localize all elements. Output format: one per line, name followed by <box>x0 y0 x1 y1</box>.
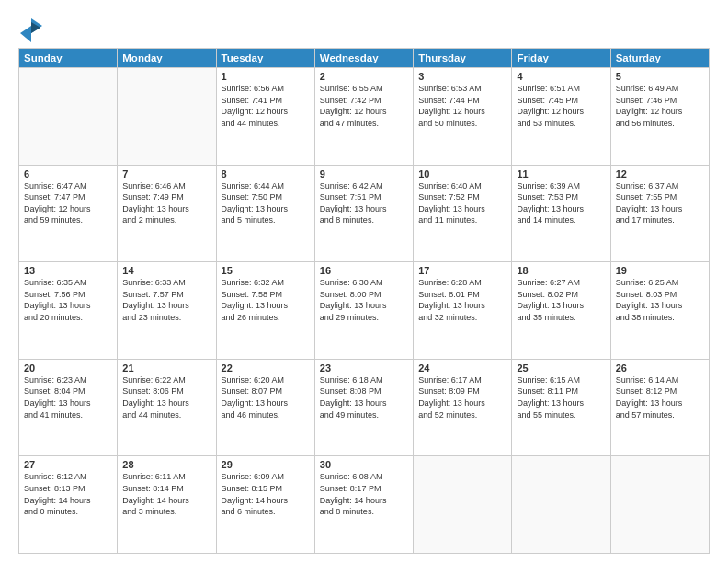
calendar-cell: 12Sunrise: 6:37 AM Sunset: 7:55 PM Dayli… <box>610 165 709 262</box>
day-detail: Sunrise: 6:17 AM Sunset: 8:09 PM Dayligh… <box>418 374 506 420</box>
calendar-day-header: Friday <box>512 49 610 68</box>
day-detail: Sunrise: 6:25 AM Sunset: 8:03 PM Dayligh… <box>616 277 704 323</box>
calendar-header-row: SundayMondayTuesdayWednesdayThursdayFrid… <box>19 49 710 68</box>
calendar-cell: 23Sunrise: 6:18 AM Sunset: 8:08 PM Dayli… <box>314 359 413 456</box>
day-detail: Sunrise: 6:09 AM Sunset: 8:15 PM Dayligh… <box>222 471 310 517</box>
calendar-cell: 17Sunrise: 6:28 AM Sunset: 8:01 PM Dayli… <box>414 262 512 360</box>
day-number: 30 <box>320 459 408 470</box>
calendar-week-row: 1Sunrise: 6:56 AM Sunset: 7:41 PM Daylig… <box>19 68 710 166</box>
calendar-cell: 7Sunrise: 6:46 AM Sunset: 7:49 PM Daylig… <box>118 165 216 262</box>
day-detail: Sunrise: 6:44 AM Sunset: 7:50 PM Dayligh… <box>222 180 310 226</box>
calendar-cell: 19Sunrise: 6:25 AM Sunset: 8:03 PM Dayli… <box>610 262 709 360</box>
calendar-cell: 3Sunrise: 6:53 AM Sunset: 7:44 PM Daylig… <box>414 68 512 166</box>
calendar-cell: 1Sunrise: 6:56 AM Sunset: 7:41 PM Daylig… <box>216 68 314 166</box>
day-number: 11 <box>517 168 605 179</box>
day-detail: Sunrise: 6:39 AM Sunset: 7:53 PM Dayligh… <box>517 180 605 226</box>
day-number: 16 <box>320 265 408 276</box>
calendar-day-header: Tuesday <box>216 49 314 68</box>
calendar-cell: 18Sunrise: 6:27 AM Sunset: 8:02 PM Dayli… <box>512 262 610 360</box>
calendar-day-header: Thursday <box>414 49 512 68</box>
calendar-cell: 26Sunrise: 6:14 AM Sunset: 8:12 PM Dayli… <box>610 359 709 456</box>
calendar-cell <box>610 456 709 554</box>
day-number: 10 <box>418 168 506 179</box>
day-number: 22 <box>222 362 310 373</box>
day-number: 24 <box>418 362 506 373</box>
calendar-cell: 14Sunrise: 6:33 AM Sunset: 7:57 PM Dayli… <box>118 262 216 360</box>
day-detail: Sunrise: 6:28 AM Sunset: 8:01 PM Dayligh… <box>418 277 506 323</box>
calendar-cell: 22Sunrise: 6:20 AM Sunset: 8:07 PM Dayli… <box>216 359 314 456</box>
calendar-cell: 11Sunrise: 6:39 AM Sunset: 7:53 PM Dayli… <box>512 165 610 262</box>
day-number: 6 <box>24 168 112 179</box>
day-detail: Sunrise: 6:22 AM Sunset: 8:06 PM Dayligh… <box>122 374 210 420</box>
calendar-cell: 24Sunrise: 6:17 AM Sunset: 8:09 PM Dayli… <box>414 359 512 456</box>
day-number: 1 <box>222 71 310 82</box>
day-detail: Sunrise: 6:27 AM Sunset: 8:02 PM Dayligh… <box>517 277 605 323</box>
calendar-cell <box>118 68 216 166</box>
day-number: 25 <box>517 362 605 373</box>
header <box>18 17 710 42</box>
day-number: 17 <box>418 265 506 276</box>
day-number: 9 <box>320 168 408 179</box>
calendar-cell: 15Sunrise: 6:32 AM Sunset: 7:58 PM Dayli… <box>216 262 314 360</box>
calendar-cell <box>512 456 610 554</box>
day-number: 13 <box>24 265 112 276</box>
day-number: 28 <box>122 459 210 470</box>
day-detail: Sunrise: 6:37 AM Sunset: 7:55 PM Dayligh… <box>616 180 704 226</box>
day-number: 21 <box>122 362 210 373</box>
day-number: 15 <box>222 265 310 276</box>
calendar-table: SundayMondayTuesdayWednesdayThursdayFrid… <box>18 48 710 554</box>
day-detail: Sunrise: 6:40 AM Sunset: 7:52 PM Dayligh… <box>418 180 506 226</box>
day-number: 12 <box>616 168 704 179</box>
calendar-body: 1Sunrise: 6:56 AM Sunset: 7:41 PM Daylig… <box>19 68 710 554</box>
calendar-cell: 30Sunrise: 6:08 AM Sunset: 8:17 PM Dayli… <box>314 456 413 554</box>
day-number: 18 <box>517 265 605 276</box>
calendar-cell: 9Sunrise: 6:42 AM Sunset: 7:51 PM Daylig… <box>314 165 413 262</box>
day-number: 29 <box>222 459 310 470</box>
day-detail: Sunrise: 6:12 AM Sunset: 8:13 PM Dayligh… <box>24 471 112 517</box>
calendar-week-row: 27Sunrise: 6:12 AM Sunset: 8:13 PM Dayli… <box>19 456 710 554</box>
logo <box>18 17 48 42</box>
day-detail: Sunrise: 6:18 AM Sunset: 8:08 PM Dayligh… <box>320 374 408 420</box>
day-detail: Sunrise: 6:20 AM Sunset: 8:07 PM Dayligh… <box>222 374 310 420</box>
page: SundayMondayTuesdayWednesdayThursdayFrid… <box>0 0 728 563</box>
day-detail: Sunrise: 6:49 AM Sunset: 7:46 PM Dayligh… <box>616 83 704 129</box>
day-number: 23 <box>320 362 408 373</box>
calendar-day-header: Sunday <box>19 49 118 68</box>
day-detail: Sunrise: 6:08 AM Sunset: 8:17 PM Dayligh… <box>320 471 408 517</box>
calendar-cell: 27Sunrise: 6:12 AM Sunset: 8:13 PM Dayli… <box>19 456 118 554</box>
day-number: 5 <box>616 71 704 82</box>
day-number: 14 <box>122 265 210 276</box>
day-number: 4 <box>517 71 605 82</box>
day-detail: Sunrise: 6:53 AM Sunset: 7:44 PM Dayligh… <box>418 83 506 129</box>
calendar-week-row: 13Sunrise: 6:35 AM Sunset: 7:56 PM Dayli… <box>19 262 710 360</box>
day-number: 3 <box>418 71 506 82</box>
day-detail: Sunrise: 6:15 AM Sunset: 8:11 PM Dayligh… <box>517 374 605 420</box>
day-number: 27 <box>24 459 112 470</box>
calendar-cell: 16Sunrise: 6:30 AM Sunset: 8:00 PM Dayli… <box>314 262 413 360</box>
calendar-cell: 29Sunrise: 6:09 AM Sunset: 8:15 PM Dayli… <box>216 456 314 554</box>
calendar-cell: 28Sunrise: 6:11 AM Sunset: 8:14 PM Dayli… <box>118 456 216 554</box>
calendar-cell: 8Sunrise: 6:44 AM Sunset: 7:50 PM Daylig… <box>216 165 314 262</box>
logo-icon <box>18 17 44 42</box>
calendar-week-row: 20Sunrise: 6:23 AM Sunset: 8:04 PM Dayli… <box>19 359 710 456</box>
day-detail: Sunrise: 6:51 AM Sunset: 7:45 PM Dayligh… <box>517 83 605 129</box>
calendar-cell: 20Sunrise: 6:23 AM Sunset: 8:04 PM Dayli… <box>19 359 118 456</box>
day-detail: Sunrise: 6:33 AM Sunset: 7:57 PM Dayligh… <box>122 277 210 323</box>
calendar-cell: 25Sunrise: 6:15 AM Sunset: 8:11 PM Dayli… <box>512 359 610 456</box>
calendar-cell <box>19 68 118 166</box>
day-detail: Sunrise: 6:11 AM Sunset: 8:14 PM Dayligh… <box>122 471 210 517</box>
calendar-cell: 4Sunrise: 6:51 AM Sunset: 7:45 PM Daylig… <box>512 68 610 166</box>
calendar-cell: 6Sunrise: 6:47 AM Sunset: 7:47 PM Daylig… <box>19 165 118 262</box>
calendar-cell: 5Sunrise: 6:49 AM Sunset: 7:46 PM Daylig… <box>610 68 709 166</box>
day-number: 19 <box>616 265 704 276</box>
day-number: 7 <box>122 168 210 179</box>
calendar-cell: 13Sunrise: 6:35 AM Sunset: 7:56 PM Dayli… <box>19 262 118 360</box>
day-number: 20 <box>24 362 112 373</box>
day-detail: Sunrise: 6:14 AM Sunset: 8:12 PM Dayligh… <box>616 374 704 420</box>
day-detail: Sunrise: 6:30 AM Sunset: 8:00 PM Dayligh… <box>320 277 408 323</box>
day-detail: Sunrise: 6:23 AM Sunset: 8:04 PM Dayligh… <box>24 374 112 420</box>
day-number: 2 <box>320 71 408 82</box>
day-detail: Sunrise: 6:35 AM Sunset: 7:56 PM Dayligh… <box>24 277 112 323</box>
day-detail: Sunrise: 6:42 AM Sunset: 7:51 PM Dayligh… <box>320 180 408 226</box>
calendar-day-header: Monday <box>118 49 216 68</box>
